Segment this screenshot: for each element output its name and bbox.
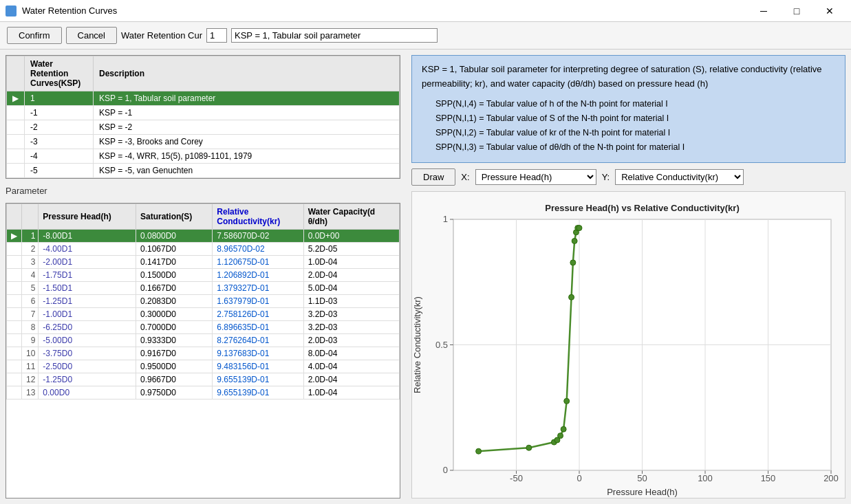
param-row-ph: -1.75D1 <box>39 269 136 282</box>
param-row-s: 0.9667D0 <box>136 373 212 386</box>
param-row[interactable]: 4 -1.75D1 0.1500D0 1.206892D-01 2.0D-04 <box>7 269 400 282</box>
y-axis-select[interactable]: Relative Conductivity(kr)Saturation(S)Wa… <box>615 169 744 185</box>
svg-text:Pressure Head(h): Pressure Head(h) <box>607 487 678 497</box>
param-row-s: 0.9500D0 <box>136 360 212 373</box>
param-row-wc: 5.0D-04 <box>303 282 399 295</box>
param-row[interactable]: 11 -2.50D0 0.9500D0 9.483156D-01 4.0D-04 <box>7 360 400 373</box>
param-row[interactable]: 9 -5.00D0 0.9333D0 8.276264D-01 2.0D-03 <box>7 334 400 347</box>
minimize-button[interactable]: ─ <box>748 2 779 20</box>
right-panel: KSP = 1, Tabular soil parameter for inte… <box>406 50 851 504</box>
param-row-indicator <box>7 321 22 334</box>
param-table-container[interactable]: Pressure Head(h) Saturation(S) RelativeC… <box>6 203 400 498</box>
wrc-row-desc: KSP = 1, Tabular soil parameter <box>94 91 400 106</box>
wrc-number-input[interactable] <box>206 28 227 43</box>
wrc-row-ksp: -2 <box>25 120 94 135</box>
param-row-wc: 3.2D-03 <box>303 321 399 334</box>
param-row-wc: 0.0D+00 <box>303 230 399 243</box>
param-row[interactable]: 13 0.00D0 0.9750D0 9.655139D-01 1.0D-04 <box>7 386 400 399</box>
param-row-num: 4 <box>22 269 39 282</box>
chart-svg: Pressure Head(h) vs Relative Conductivit… <box>412 192 845 498</box>
svg-point-39 <box>569 294 574 300</box>
param-row-s: 0.9333D0 <box>136 334 212 347</box>
svg-point-40 <box>570 260 576 265</box>
param-row-s: 0.1067D0 <box>136 243 212 256</box>
param-row-wc: 3.2D-03 <box>303 308 399 321</box>
param-row[interactable]: 5 -1.50D1 0.1667D0 1.379327D-01 5.0D-04 <box>7 282 400 295</box>
param-row-rc: 9.655139D-01 <box>213 386 303 399</box>
spp-line: SPP(N,I,4) = Tabular value of h of the N… <box>435 97 835 111</box>
wrc-row[interactable]: -1 KSP = -1 <box>7 106 400 120</box>
wrc-col-ksp: Water RetentionCurves(KSP) <box>25 56 94 91</box>
param-row-s: 0.3000D0 <box>136 308 212 321</box>
param-row-ph: -1.25D1 <box>39 295 136 308</box>
param-row-s: 0.0800D0 <box>136 230 212 243</box>
param-label: Parameter <box>6 184 400 197</box>
param-row[interactable]: 2 -4.00D1 0.1067D0 8.96570D-02 5.2D-05 <box>7 243 400 256</box>
maximize-button[interactable]: □ <box>781 2 812 20</box>
x-axis-select[interactable]: Pressure Head(h)Saturation(S)Water Capac… <box>475 169 596 185</box>
wrc-row[interactable]: -5 KSP = -5, van Genuchten <box>7 164 400 178</box>
svg-point-36 <box>558 432 563 438</box>
param-row[interactable]: 6 -1.25D1 0.2083D0 1.637979D-01 1.1D-03 <box>7 295 400 308</box>
svg-text:-50: -50 <box>510 473 523 483</box>
svg-text:0: 0 <box>443 465 448 475</box>
cancel-button[interactable]: Cancel <box>66 27 117 44</box>
svg-text:50: 50 <box>637 473 647 483</box>
param-row-rc: 9.483156D-01 <box>213 360 303 373</box>
wrc-row[interactable]: -2 KSP = -2 <box>7 120 400 135</box>
param-row-s: 0.1417D0 <box>136 256 212 269</box>
main-content: Water RetentionCurves(KSP) Description ▶… <box>0 50 851 504</box>
wrc-row[interactable]: -4 KSP = -4, WRR, 15(5), p1089-1101, 197… <box>7 149 400 164</box>
param-row-indicator <box>7 360 22 373</box>
param-row[interactable]: 8 -6.25D0 0.7000D0 6.896635D-01 3.2D-03 <box>7 321 400 334</box>
wrc-row-ksp: -3 <box>25 135 94 149</box>
wrc-row-ksp: -5 <box>25 164 94 178</box>
param-row[interactable]: ▶ 1 -8.00D1 0.0800D0 7.586070D-02 0.0D+0… <box>7 230 400 243</box>
param-row-rc: 7.586070D-02 <box>213 230 303 243</box>
param-row[interactable]: 12 -1.25D0 0.9667D0 9.655139D-01 2.0D-04 <box>7 373 400 386</box>
wrc-row[interactable]: ▶ 1 KSP = 1, Tabular soil parameter <box>7 91 400 106</box>
wrc-row[interactable]: -3 KSP = -3, Brooks and Corey <box>7 135 400 149</box>
svg-text:0: 0 <box>577 473 581 483</box>
title-bar: Water Retention Curves ─ □ ✕ <box>0 0 851 22</box>
wrc-col-indicator <box>7 56 25 91</box>
param-row[interactable]: 7 -1.00D1 0.3000D0 2.758126D-01 3.2D-03 <box>7 308 400 321</box>
close-button[interactable]: ✕ <box>814 2 845 20</box>
param-row-s: 0.9750D0 <box>136 386 212 399</box>
param-row[interactable]: 10 -3.75D0 0.9167D0 9.137683D-01 8.0D-04 <box>7 347 400 360</box>
param-row-indicator <box>7 373 22 386</box>
param-col-wc: Water Capacity(dθ/dh) <box>303 204 399 230</box>
wrc-desc-input[interactable] <box>231 28 438 43</box>
param-row-num: 6 <box>22 295 39 308</box>
param-row-s: 0.1667D0 <box>136 282 212 295</box>
param-row-num: 2 <box>22 243 39 256</box>
wrc-row-ksp: 1 <box>25 91 94 106</box>
title-bar-title: Water Retention Curves <box>22 6 742 16</box>
param-row-num: 12 <box>22 373 39 386</box>
svg-point-33 <box>526 445 532 450</box>
draw-button[interactable]: Draw <box>411 168 455 186</box>
param-row-num: 7 <box>22 308 39 321</box>
param-row-indicator <box>7 308 22 321</box>
param-row-rc: 9.655139D-01 <box>213 373 303 386</box>
chart-controls: Draw X: Pressure Head(h)Saturation(S)Wat… <box>411 168 845 186</box>
param-row-ph: -1.50D1 <box>39 282 136 295</box>
confirm-button[interactable]: Confirm <box>7 27 62 44</box>
wrc-row-indicator <box>7 164 25 178</box>
param-row-num: 3 <box>22 256 39 269</box>
param-row[interactable]: 3 -2.00D1 0.1417D0 1.120675D-01 1.0D-04 <box>7 256 400 269</box>
param-row-rc: 1.120675D-01 <box>213 256 303 269</box>
param-row-indicator <box>7 334 22 347</box>
wrc-row-indicator: ▶ <box>7 91 25 106</box>
param-row-indicator: ▶ <box>7 230 22 243</box>
app-icon <box>6 6 17 17</box>
chart-container: Pressure Head(h) vs Relative Conductivit… <box>411 191 845 498</box>
param-row-rc: 8.276264D-01 <box>213 334 303 347</box>
wrc-row-desc: KSP = -3, Brooks and Corey <box>94 135 400 149</box>
param-col-ph: Pressure Head(h) <box>39 204 136 230</box>
wrc-col-desc: Description <box>94 56 400 91</box>
param-row-rc: 1.206892D-01 <box>213 269 303 282</box>
svg-text:150: 150 <box>761 473 776 483</box>
svg-point-44 <box>577 225 582 230</box>
left-panel: Water RetentionCurves(KSP) Description ▶… <box>0 50 406 504</box>
